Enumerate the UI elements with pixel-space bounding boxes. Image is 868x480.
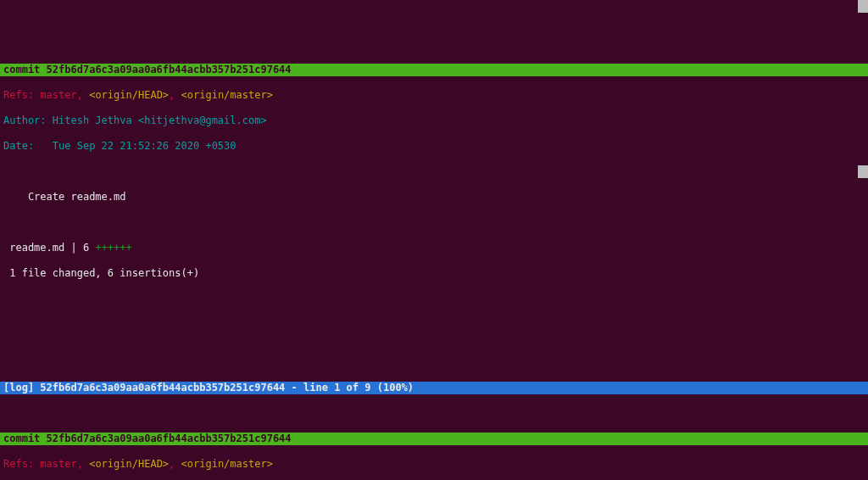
scrollbar-log[interactable] (858, 0, 868, 13)
blank (0, 165, 868, 178)
blank (0, 216, 868, 229)
log-refs-line: Refs: master, <origin/HEAD>, <origin/mas… (0, 89, 868, 102)
blank (0, 318, 868, 331)
blank (0, 343, 868, 356)
scrollbar-diff[interactable] (858, 165, 868, 178)
log-commit-header: commit 52fb6d7a6c3a09aa0a6fb44acbb357b25… (0, 64, 868, 76)
log-stat-file: readme.md | 6 ++++++ (0, 242, 868, 254)
log-date-line: Date: Tue Sep 22 21:52:26 2020 +0530 (0, 140, 868, 153)
log-author-line: Author: Hitesh Jethva <hitjethva@gmail.c… (0, 114, 868, 127)
diff-refs-line: Refs: master, <origin/HEAD>, <origin/mas… (0, 458, 868, 471)
log-commit-message: Create readme.md (0, 191, 868, 204)
log-stat-summary: 1 file changed, 6 insertions(+) (0, 267, 868, 280)
blank (0, 293, 868, 305)
log-status-bar: [log] 52fb6d7a6c3a09aa0a6fb44acbb357b251… (0, 382, 868, 394)
diff-commit-header: commit 52fb6d7a6c3a09aa0a6fb44acbb357b25… (0, 433, 868, 445)
